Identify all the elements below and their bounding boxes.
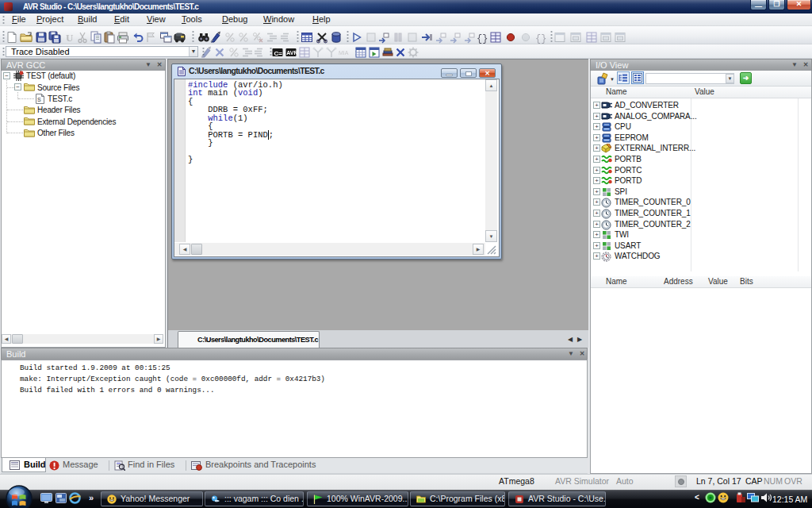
svg-text:S: S (37, 97, 41, 102)
svg-text:MIA: MIA (339, 50, 349, 56)
svg-text:{}: {} (477, 33, 488, 44)
svg-text:{}: {} (535, 33, 546, 44)
svg-text:U: U (66, 32, 74, 44)
svg-text:C=: C= (274, 50, 283, 57)
svg-text:AVR: AVR (286, 50, 297, 56)
